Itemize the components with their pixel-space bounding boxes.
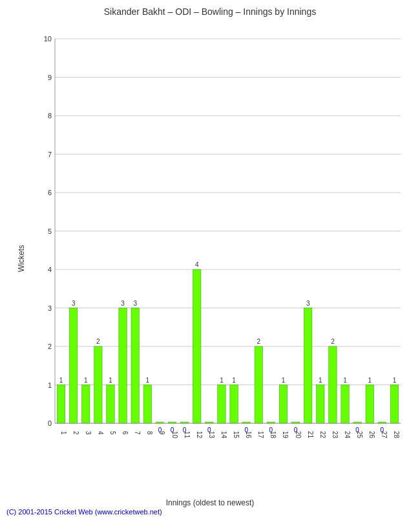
svg-text:3: 3 (133, 300, 137, 307)
y-axis-label: Wickets (17, 245, 26, 272)
svg-rect-76 (279, 385, 287, 424)
svg-text:1: 1 (220, 377, 224, 384)
svg-text:5: 5 (109, 431, 116, 435)
svg-text:4: 4 (48, 266, 52, 273)
svg-text:9: 9 (48, 74, 52, 81)
svg-rect-37 (119, 308, 127, 424)
svg-text:6: 6 (121, 431, 129, 435)
svg-rect-31 (94, 346, 102, 423)
svg-text:7: 7 (134, 431, 141, 435)
svg-text:8: 8 (48, 112, 52, 120)
svg-text:9: 9 (158, 431, 165, 435)
svg-text:14: 14 (220, 431, 227, 439)
svg-text:1: 1 (146, 377, 150, 384)
svg-rect-25 (69, 308, 77, 424)
x-axis-label: Innings (oldest to newest) (166, 498, 255, 507)
svg-text:17: 17 (257, 431, 264, 439)
svg-text:13: 13 (208, 431, 215, 439)
svg-text:2: 2 (72, 431, 79, 435)
svg-rect-85 (317, 385, 324, 424)
svg-text:23: 23 (331, 431, 339, 439)
chart-title: Sikander Bakht – ODI – Bowling – Innings… (0, 0, 420, 20)
svg-text:1: 1 (59, 377, 63, 384)
svg-text:20: 20 (295, 431, 302, 439)
svg-text:21: 21 (307, 431, 314, 439)
svg-text:1: 1 (60, 431, 67, 435)
svg-text:4: 4 (195, 261, 199, 268)
svg-text:18: 18 (269, 431, 277, 439)
svg-text:3: 3 (48, 304, 52, 312)
chart-container: Sikander Bakht – ODI – Bowling – Innings… (0, 0, 420, 517)
svg-text:25: 25 (356, 431, 363, 439)
svg-text:19: 19 (282, 431, 289, 439)
svg-text:3: 3 (306, 300, 310, 307)
svg-text:24: 24 (344, 431, 351, 439)
svg-text:1: 1 (343, 377, 347, 384)
svg-rect-22 (57, 385, 65, 424)
svg-text:27: 27 (381, 431, 388, 439)
svg-text:1: 1 (48, 381, 52, 389)
svg-text:1: 1 (232, 377, 236, 384)
chart-svg: 0123456789101132132415363718090100114120… (36, 26, 407, 459)
svg-text:8: 8 (146, 431, 153, 435)
svg-text:7: 7 (48, 151, 52, 158)
svg-rect-55 (193, 269, 201, 423)
svg-text:4: 4 (97, 431, 104, 435)
svg-text:3: 3 (121, 300, 125, 307)
footer: (C) 2001-2015 Cricket Web (www.cricketwe… (6, 508, 162, 516)
svg-rect-40 (131, 308, 139, 424)
svg-rect-61 (218, 385, 226, 424)
svg-rect-91 (341, 385, 349, 424)
svg-text:1: 1 (368, 377, 372, 384)
svg-text:1: 1 (282, 377, 286, 384)
svg-text:10: 10 (171, 431, 178, 439)
svg-rect-28 (82, 385, 90, 424)
chart-area: 0123456789101132132415363718090100114120… (36, 26, 407, 459)
svg-text:26: 26 (368, 431, 375, 439)
svg-text:16: 16 (245, 431, 252, 439)
svg-text:2: 2 (257, 338, 260, 345)
svg-text:12: 12 (196, 431, 203, 439)
svg-text:3: 3 (72, 300, 76, 307)
svg-rect-70 (255, 346, 262, 423)
svg-text:1: 1 (109, 377, 112, 384)
svg-text:3: 3 (85, 431, 92, 435)
svg-text:2: 2 (48, 343, 52, 350)
svg-rect-34 (107, 385, 114, 424)
svg-text:1: 1 (393, 377, 397, 384)
svg-rect-82 (304, 308, 311, 424)
svg-text:28: 28 (393, 431, 400, 439)
svg-rect-64 (230, 385, 238, 424)
svg-rect-88 (329, 346, 337, 423)
svg-text:10: 10 (44, 35, 52, 43)
svg-rect-103 (390, 385, 398, 424)
svg-text:1: 1 (319, 377, 322, 384)
svg-text:2: 2 (96, 338, 100, 345)
svg-text:1: 1 (84, 377, 88, 384)
svg-text:6: 6 (48, 189, 52, 196)
svg-text:15: 15 (233, 431, 240, 439)
svg-text:5: 5 (48, 227, 52, 235)
svg-rect-43 (143, 385, 151, 424)
svg-text:11: 11 (184, 431, 191, 439)
svg-text:22: 22 (319, 431, 326, 439)
svg-rect-97 (366, 385, 373, 424)
svg-text:0: 0 (48, 419, 52, 427)
svg-text:2: 2 (331, 338, 335, 345)
